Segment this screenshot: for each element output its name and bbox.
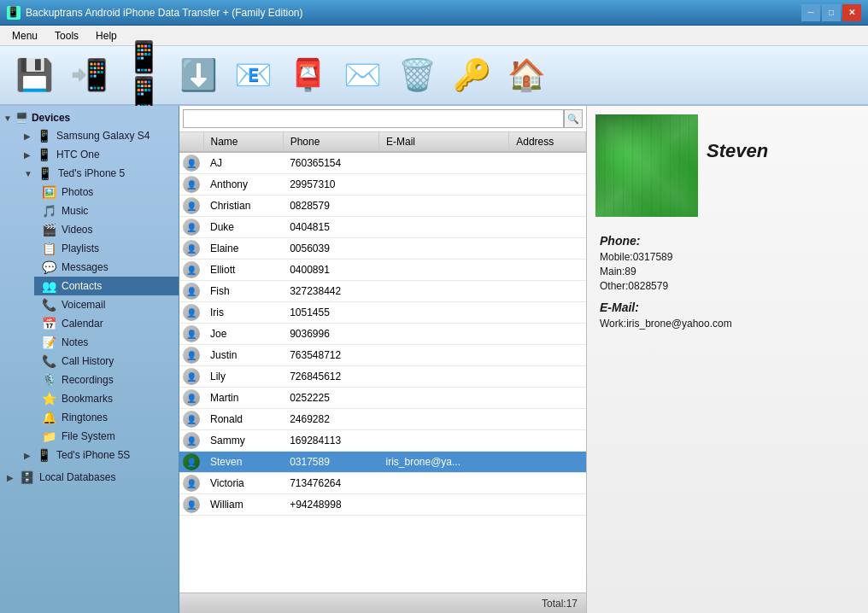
toolbar-home-btn[interactable]: 🏠	[501, 50, 552, 101]
contact-name: AJ	[203, 152, 283, 174]
table-row[interactable]: 👤Victoria713476264	[179, 473, 586, 494]
ringtones-label: Ringtones	[62, 412, 108, 423]
sidebar-item-calendar[interactable]: 📅 Calendar	[34, 314, 179, 333]
address-col-header[interactable]: Address	[509, 132, 586, 152]
avatar-cell: 👤	[179, 281, 203, 302]
table-row[interactable]: 👤Anthony29957310	[179, 174, 586, 196]
call-history-label: Call History	[62, 355, 114, 367]
search-button[interactable]: 🔍	[564, 109, 583, 128]
contact-address	[509, 388, 586, 409]
contact-email	[378, 409, 508, 430]
voicemail-label: Voicemail	[62, 299, 105, 311]
messages-label: Messages	[62, 261, 108, 273]
sidebar-devices-header[interactable]: ▼ 🖥️ Devices	[0, 109, 179, 126]
toolbar-delete-btn[interactable]: 🗑️	[391, 50, 443, 101]
avatar: 👤	[183, 453, 200, 470]
contacts-icon: 👥	[41, 279, 56, 293]
localdb-icon: 🗄️	[19, 470, 34, 484]
contact-email	[378, 174, 508, 196]
contact-email	[378, 152, 508, 174]
sidebar: ▼ 🖥️ Devices ▶ 📱 Samsung Galaxy S4 ▶ 📱 H…	[0, 106, 179, 613]
table-row[interactable]: 👤Lily726845612	[179, 366, 586, 388]
bookmarks-icon: ⭐	[41, 392, 56, 406]
maximize-button[interactable]: □	[822, 4, 841, 21]
photos-label: Photos	[62, 186, 93, 198]
menu-tools[interactable]: Tools	[46, 28, 87, 44]
table-row[interactable]: 👤Steven0317589iris_brone@ya...	[179, 452, 586, 473]
sidebar-item-call-history[interactable]: 📞 Call History	[34, 352, 179, 371]
sidebar-item-contacts[interactable]: 👥 Contacts	[34, 277, 179, 295]
table-row[interactable]: 👤Christian0828579	[179, 196, 586, 217]
table-row[interactable]: 👤Elaine0056039	[179, 238, 586, 260]
sidebar-item-voicemail[interactable]: 📞 Voicemail	[34, 295, 179, 314]
sidebar-item-ringtones[interactable]: 🔔 Ringtones	[34, 408, 179, 427]
contact-name: Anthony	[203, 174, 283, 196]
content-area: 🔍 Name Phone E-Mail Address 👤AJ760365154…	[179, 106, 586, 613]
sidebar-item-videos[interactable]: 🎬 Videos	[34, 220, 179, 239]
search-input[interactable]	[183, 109, 564, 128]
toolbar-download-btn[interactable]: ⬇️	[173, 50, 224, 101]
sidebar-item-local-databases[interactable]: ▶ 🗄️ Local Databases	[0, 468, 179, 487]
sidebar-item-teds-iphone5[interactable]: ▼ 📱 Ted's iPhone 5	[17, 164, 179, 183]
table-row[interactable]: 👤Martin0252225	[179, 388, 586, 409]
notes-icon: 📝	[41, 336, 56, 349]
samsung-label: Samsung Galaxy S4	[56, 130, 150, 142]
table-row[interactable]: 👤Ronald2469282	[179, 409, 586, 430]
toolbar-key-btn[interactable]: 🔑	[446, 50, 497, 101]
toolbar-contact-add-btn[interactable]: 📮	[282, 50, 333, 101]
table-row[interactable]: 👤Elliott0400891	[179, 260, 586, 281]
email-col-header[interactable]: E-Mail	[378, 132, 508, 152]
toolbar-transfer-btn[interactable]: 📲	[63, 50, 114, 101]
sidebar-item-samsung[interactable]: ▶ 📱 Samsung Galaxy S4	[17, 126, 179, 145]
sidebar-item-bookmarks[interactable]: ⭐ Bookmarks	[34, 389, 179, 408]
contact-address	[509, 260, 586, 281]
recordings-icon: 🎙️	[41, 373, 56, 387]
minimize-button[interactable]: ─	[801, 4, 820, 21]
work-email-row: Work:iris_brone@yahoo.com	[600, 318, 855, 330]
contact-email	[378, 217, 508, 238]
name-col-header[interactable]: Name	[203, 132, 283, 152]
sidebar-item-recordings[interactable]: 🎙️ Recordings	[34, 371, 179, 389]
table-row[interactable]: 👤Fish327238442	[179, 281, 586, 302]
table-row[interactable]: 👤Iris1051455	[179, 302, 586, 324]
sidebar-item-teds-iphone5s[interactable]: ▶ 📱 Ted's iPhone 5S	[17, 446, 179, 464]
sidebar-item-messages[interactable]: 💬 Messages	[34, 258, 179, 277]
table-row[interactable]: 👤Duke0404815	[179, 217, 586, 238]
toolbar-email-btn[interactable]: 📧	[227, 50, 279, 101]
sidebar-item-playlists[interactable]: 📋 Playlists	[34, 239, 179, 258]
iphone5s-icon: 📱	[36, 448, 51, 462]
sidebar-item-photos[interactable]: 🖼️ Photos	[34, 183, 179, 201]
toolbar-backup-btn[interactable]: 💾	[9, 50, 60, 101]
table-row[interactable]: 👤Justin763548712	[179, 345, 586, 366]
music-icon: 🎵	[41, 204, 56, 218]
contact-phone: 0404815	[283, 217, 378, 238]
avatar-cell: 👤	[179, 238, 203, 260]
detail-header: Steven	[587, 106, 868, 225]
avatar-cell: 👤	[179, 302, 203, 324]
sidebar-item-music[interactable]: 🎵 Music	[34, 201, 179, 220]
avatar: 👤	[183, 368, 200, 385]
contact-name: Steven	[203, 452, 283, 473]
close-button[interactable]: ✕	[842, 4, 861, 21]
table-row[interactable]: 👤Joe9036996	[179, 324, 586, 345]
sidebar-children: ▶ 📱 Samsung Galaxy S4 ▶ 📱 HTC One ▼ 📱 Te…	[0, 126, 179, 464]
contact-address	[509, 473, 586, 494]
other-label: Other:	[600, 280, 628, 292]
sidebar-item-file-system[interactable]: 📁 File System	[34, 427, 179, 446]
table-row[interactable]: 👤William+94248998	[179, 494, 586, 516]
sidebar-item-htc[interactable]: ▶ 📱 HTC One	[17, 145, 179, 164]
avatar-cell: 👤	[179, 260, 203, 281]
detail-panel: Steven Phone: Mobile:0317589 Main:89 Oth…	[586, 106, 868, 613]
contact-name: Christian	[203, 196, 283, 217]
sidebar-item-notes[interactable]: 📝 Notes	[34, 333, 179, 352]
table-row[interactable]: 👤AJ760365154	[179, 152, 586, 174]
recordings-label: Recordings	[62, 374, 114, 386]
menu-menu[interactable]: Menu	[3, 28, 46, 44]
toolbar-devices-btn[interactable]: 📱📱	[118, 50, 169, 101]
contact-address	[509, 174, 586, 196]
phone-col-header[interactable]: Phone	[283, 132, 378, 152]
contact-address	[509, 452, 586, 473]
toolbar-message-btn[interactable]: ✉️	[337, 50, 388, 101]
table-row[interactable]: 👤Sammy169284113	[179, 430, 586, 452]
devices-icon: 🖥️	[15, 112, 28, 124]
